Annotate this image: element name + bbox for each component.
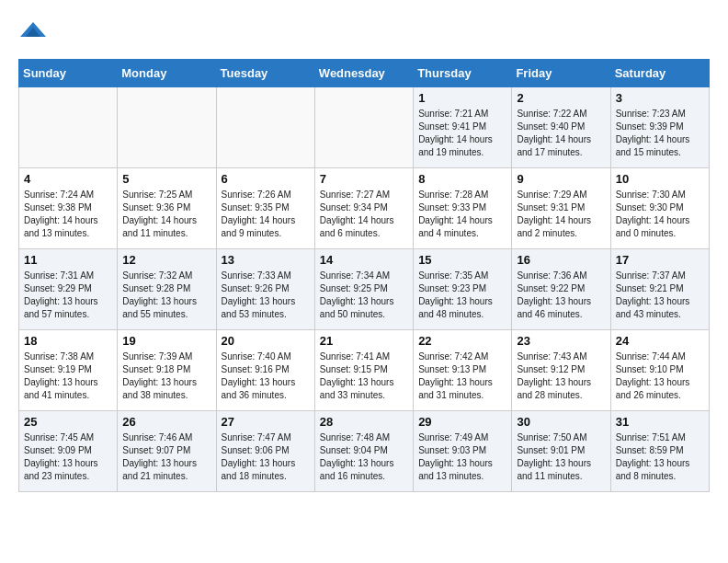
day-number: 2 [517, 91, 605, 105]
day-info: Sunrise: 7:23 AMSunset: 9:39 PMDaylight:… [616, 108, 704, 159]
day-info: Sunrise: 7:41 AMSunset: 9:15 PMDaylight:… [320, 350, 408, 402]
day-info: Sunrise: 7:34 AMSunset: 9:25 PMDaylight:… [320, 270, 408, 321]
calendar-cell: 1Sunrise: 7:21 AMSunset: 9:41 PMDaylight… [414, 87, 512, 168]
day-info: Sunrise: 7:46 AMSunset: 9:07 PMDaylight:… [122, 431, 210, 483]
day-info: Sunrise: 7:25 AMSunset: 9:36 PMDaylight:… [122, 189, 210, 240]
day-info: Sunrise: 7:24 AMSunset: 9:38 PMDaylight:… [24, 189, 112, 240]
calendar-cell: 12Sunrise: 7:32 AMSunset: 9:28 PMDayligh… [118, 249, 216, 330]
weekday-header-saturday: Saturday [610, 60, 709, 87]
calendar-cell: 23Sunrise: 7:43 AMSunset: 9:12 PMDayligh… [512, 330, 610, 411]
calendar-cell: 13Sunrise: 7:33 AMSunset: 9:26 PMDayligh… [216, 249, 314, 330]
day-number: 8 [418, 172, 506, 186]
day-number: 16 [517, 253, 605, 267]
day-number: 10 [616, 172, 704, 186]
calendar-cell [19, 87, 118, 168]
calendar-table: SundayMondayTuesdayWednesdayThursdayFrid… [18, 59, 710, 492]
calendar-cell: 7Sunrise: 7:27 AMSunset: 9:34 PMDaylight… [314, 168, 413, 249]
day-number: 18 [24, 334, 112, 348]
logo [18, 18, 46, 50]
day-info: Sunrise: 7:22 AMSunset: 9:40 PMDaylight:… [517, 108, 605, 159]
day-number: 14 [320, 253, 408, 267]
calendar-cell: 5Sunrise: 7:25 AMSunset: 9:36 PMDaylight… [118, 168, 216, 249]
day-info: Sunrise: 7:33 AMSunset: 9:26 PMDaylight:… [222, 270, 310, 321]
day-number: 12 [122, 253, 210, 267]
calendar-cell: 14Sunrise: 7:34 AMSunset: 9:25 PMDayligh… [314, 249, 413, 330]
day-info: Sunrise: 7:32 AMSunset: 9:28 PMDaylight:… [122, 270, 210, 321]
calendar-cell: 19Sunrise: 7:39 AMSunset: 9:18 PMDayligh… [118, 330, 216, 411]
day-info: Sunrise: 7:38 AMSunset: 9:19 PMDaylight:… [24, 350, 112, 402]
day-info: Sunrise: 7:37 AMSunset: 9:21 PMDaylight:… [616, 270, 704, 321]
day-number: 22 [418, 334, 506, 348]
calendar-cell: 21Sunrise: 7:41 AMSunset: 9:15 PMDayligh… [314, 330, 413, 411]
calendar-cell [118, 87, 216, 168]
calendar-cell: 29Sunrise: 7:49 AMSunset: 9:03 PMDayligh… [414, 411, 512, 492]
day-info: Sunrise: 7:39 AMSunset: 9:18 PMDaylight:… [122, 350, 210, 402]
calendar-cell: 6Sunrise: 7:26 AMSunset: 9:35 PMDaylight… [216, 168, 314, 249]
day-number: 28 [320, 415, 408, 429]
day-info: Sunrise: 7:35 AMSunset: 9:23 PMDaylight:… [418, 270, 506, 321]
day-info: Sunrise: 7:48 AMSunset: 9:04 PMDaylight:… [320, 431, 408, 483]
weekday-header-monday: Monday [118, 60, 216, 87]
day-number: 11 [24, 253, 112, 267]
day-number: 7 [320, 172, 408, 186]
day-info: Sunrise: 7:28 AMSunset: 9:33 PMDaylight:… [418, 189, 506, 240]
calendar-cell: 9Sunrise: 7:29 AMSunset: 9:31 PMDaylight… [512, 168, 610, 249]
calendar-cell: 20Sunrise: 7:40 AMSunset: 9:16 PMDayligh… [216, 330, 314, 411]
calendar-cell [216, 87, 314, 168]
day-number: 30 [517, 415, 605, 429]
day-number: 31 [616, 415, 704, 429]
day-number: 21 [320, 334, 408, 348]
day-number: 20 [222, 334, 310, 348]
calendar-week-row: 18Sunrise: 7:38 AMSunset: 9:19 PMDayligh… [19, 330, 710, 411]
day-info: Sunrise: 7:40 AMSunset: 9:16 PMDaylight:… [222, 350, 310, 402]
day-number: 19 [122, 334, 210, 348]
day-number: 6 [222, 172, 310, 186]
day-info: Sunrise: 7:26 AMSunset: 9:35 PMDaylight:… [222, 189, 310, 240]
day-info: Sunrise: 7:51 AMSunset: 8:59 PMDaylight:… [616, 431, 704, 483]
calendar-cell: 25Sunrise: 7:45 AMSunset: 9:09 PMDayligh… [19, 411, 118, 492]
day-number: 24 [616, 334, 704, 348]
day-number: 23 [517, 334, 605, 348]
calendar-cell: 31Sunrise: 7:51 AMSunset: 8:59 PMDayligh… [610, 411, 709, 492]
calendar-week-row: 4Sunrise: 7:24 AMSunset: 9:38 PMDaylight… [19, 168, 710, 249]
calendar-cell: 4Sunrise: 7:24 AMSunset: 9:38 PMDaylight… [19, 168, 118, 249]
day-info: Sunrise: 7:47 AMSunset: 9:06 PMDaylight:… [222, 431, 310, 483]
calendar-cell: 10Sunrise: 7:30 AMSunset: 9:30 PMDayligh… [610, 168, 709, 249]
day-info: Sunrise: 7:29 AMSunset: 9:31 PMDaylight:… [517, 189, 605, 240]
weekday-header-friday: Friday [512, 60, 610, 87]
day-number: 17 [616, 253, 704, 267]
day-info: Sunrise: 7:44 AMSunset: 9:10 PMDaylight:… [616, 350, 704, 402]
weekday-header-tuesday: Tuesday [216, 60, 314, 87]
weekday-header-wednesday: Wednesday [314, 60, 413, 87]
calendar-cell: 17Sunrise: 7:37 AMSunset: 9:21 PMDayligh… [610, 249, 709, 330]
calendar-cell: 8Sunrise: 7:28 AMSunset: 9:33 PMDaylight… [414, 168, 512, 249]
calendar-cell: 26Sunrise: 7:46 AMSunset: 9:07 PMDayligh… [118, 411, 216, 492]
day-number: 27 [222, 415, 310, 429]
calendar-cell: 18Sunrise: 7:38 AMSunset: 9:19 PMDayligh… [19, 330, 118, 411]
day-number: 1 [418, 91, 506, 105]
weekday-header-row: SundayMondayTuesdayWednesdayThursdayFrid… [19, 60, 710, 87]
calendar-cell: 24Sunrise: 7:44 AMSunset: 9:10 PMDayligh… [610, 330, 709, 411]
day-info: Sunrise: 7:31 AMSunset: 9:29 PMDaylight:… [24, 270, 112, 321]
day-info: Sunrise: 7:45 AMSunset: 9:09 PMDaylight:… [24, 431, 112, 483]
day-number: 26 [122, 415, 210, 429]
calendar-cell: 16Sunrise: 7:36 AMSunset: 9:22 PMDayligh… [512, 249, 610, 330]
calendar-cell [314, 87, 413, 168]
calendar-cell: 15Sunrise: 7:35 AMSunset: 9:23 PMDayligh… [414, 249, 512, 330]
calendar-week-row: 1Sunrise: 7:21 AMSunset: 9:41 PMDaylight… [19, 87, 710, 168]
weekday-header-sunday: Sunday [19, 60, 118, 87]
calendar-week-row: 25Sunrise: 7:45 AMSunset: 9:09 PMDayligh… [19, 411, 710, 492]
logo-icon [20, 18, 46, 44]
day-info: Sunrise: 7:30 AMSunset: 9:30 PMDaylight:… [616, 189, 704, 240]
weekday-header-thursday: Thursday [414, 60, 512, 87]
calendar-cell: 22Sunrise: 7:42 AMSunset: 9:13 PMDayligh… [414, 330, 512, 411]
day-info: Sunrise: 7:36 AMSunset: 9:22 PMDaylight:… [517, 270, 605, 321]
day-info: Sunrise: 7:27 AMSunset: 9:34 PMDaylight:… [320, 189, 408, 240]
calendar-cell: 11Sunrise: 7:31 AMSunset: 9:29 PMDayligh… [19, 249, 118, 330]
day-number: 9 [517, 172, 605, 186]
day-info: Sunrise: 7:21 AMSunset: 9:41 PMDaylight:… [418, 108, 506, 159]
day-info: Sunrise: 7:50 AMSunset: 9:01 PMDaylight:… [517, 431, 605, 483]
day-number: 5 [122, 172, 210, 186]
logo-text [18, 18, 46, 50]
day-number: 15 [418, 253, 506, 267]
